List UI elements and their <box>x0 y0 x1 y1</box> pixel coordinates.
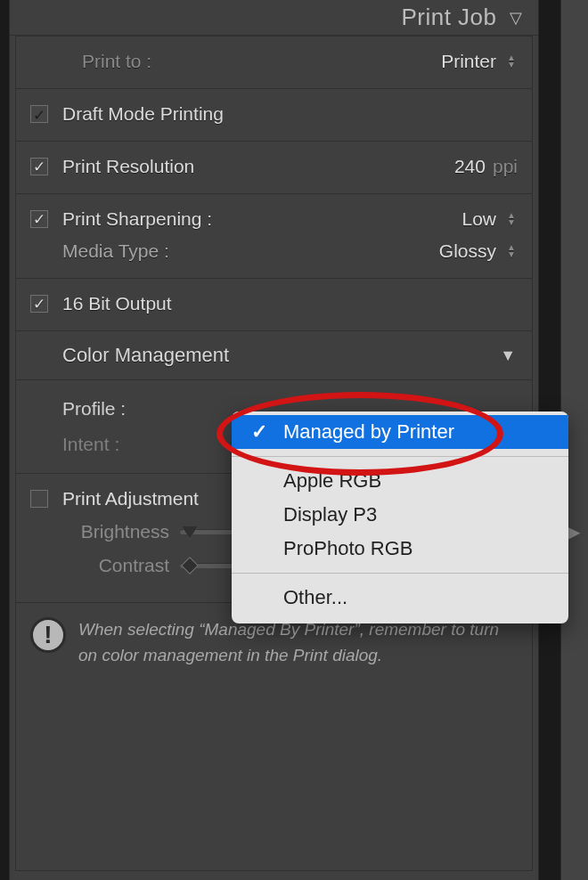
menu-separator <box>232 456 568 457</box>
stepper-icon[interactable]: ▲▼ <box>505 54 518 69</box>
profile-label: Profile : <box>62 398 160 420</box>
intent-label: Intent : <box>62 434 160 455</box>
print-sharpening-checkbox[interactable]: ✓ <box>30 210 48 228</box>
print-sharpening-section: ✓ Print Sharpening : Low ▲▼ Media Type :… <box>16 194 532 279</box>
print-adjustment-checkbox[interactable]: ✓ <box>30 490 48 508</box>
collapse-icon: ▽ <box>510 8 523 28</box>
media-type-label: Media Type : <box>30 240 169 262</box>
panel-title: Print Job <box>401 4 496 31</box>
sixteen-bit-checkbox[interactable]: ✓ <box>30 295 48 313</box>
stepper-icon[interactable]: ▲▼ <box>505 212 518 226</box>
print-resolution-value[interactable]: 240 <box>454 156 486 177</box>
sixteen-bit-section: ✓ 16 Bit Output <box>16 279 532 331</box>
slider-thumb-icon[interactable] <box>182 526 198 539</box>
print-resolution-label: Print Resolution <box>62 156 194 177</box>
print-sharpening-value[interactable]: Low <box>461 208 496 230</box>
print-resolution-unit: ppi <box>493 156 518 177</box>
dropdown-item-display-p3[interactable]: Display P3 <box>232 498 568 532</box>
warning-icon: ! <box>30 617 66 653</box>
draft-mode-checkbox[interactable]: ✓ <box>30 105 48 123</box>
dropdown-item-apple-rgb[interactable]: Apple RGB <box>232 464 568 498</box>
print-to-section: Print to : Printer ▲▼ <box>16 37 532 89</box>
dropdown-item-prophoto-rgb[interactable]: ProPhoto RGB <box>232 532 568 566</box>
print-sharpening-label: Print Sharpening : <box>62 208 212 230</box>
stepper-icon[interactable]: ▲▼ <box>505 244 518 258</box>
color-management-header[interactable]: Color Management ▼ <box>16 331 532 380</box>
print-resolution-checkbox[interactable]: ✓ <box>30 158 48 175</box>
menu-separator <box>232 573 568 574</box>
brightness-label: Brightness <box>62 521 169 542</box>
dropdown-item-other[interactable]: Other... <box>232 581 568 615</box>
profile-dropdown: Managed by Printer Apple RGB Display P3 … <box>232 411 568 623</box>
sixteen-bit-label: 16 Bit Output <box>62 293 172 314</box>
chevron-down-icon: ▼ <box>500 346 516 365</box>
contrast-label: Contrast <box>62 555 169 576</box>
print-resolution-section: ✓ Print Resolution 240 ppi <box>16 142 532 194</box>
dropdown-item-managed-by-printer[interactable]: Managed by Printer <box>232 415 568 449</box>
print-adjustment-label: Print Adjustment <box>62 488 199 509</box>
print-to-label: Print to : <box>82 51 151 72</box>
draft-mode-section: ✓ Draft Mode Printing <box>16 89 532 142</box>
media-type-value[interactable]: Glossy <box>439 240 496 262</box>
color-management-label: Color Management <box>62 344 229 367</box>
draft-mode-label: Draft Mode Printing <box>62 103 224 125</box>
panel-header[interactable]: Print Job ▽ <box>10 0 538 36</box>
slider-thumb-icon[interactable] <box>181 557 199 574</box>
print-to-value[interactable]: Printer <box>441 51 496 72</box>
chevron-right-icon[interactable]: ▶ <box>567 521 581 546</box>
info-text: When selecting “Managed By Printer”, rem… <box>78 617 507 668</box>
